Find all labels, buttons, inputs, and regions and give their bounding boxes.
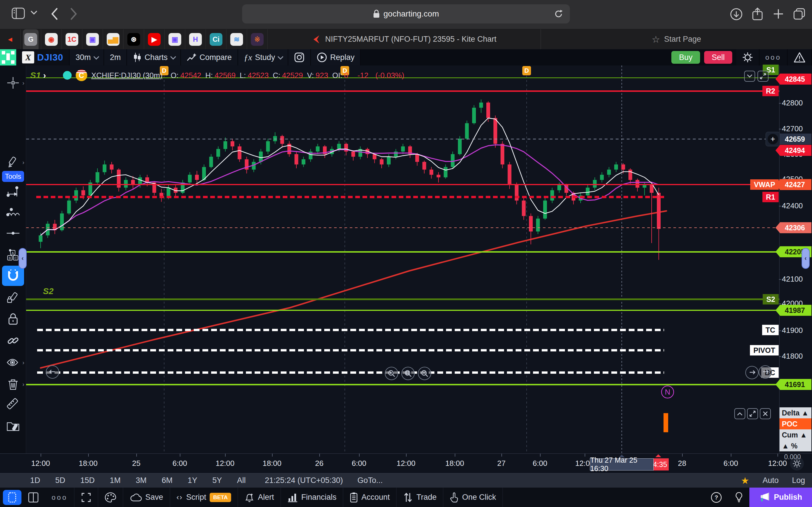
delete-tool[interactable]: ›	[0, 375, 26, 393]
r2-line[interactable]	[26, 91, 779, 92]
symbol-widget[interactable]: X DJI30	[16, 49, 69, 65]
range-5Y[interactable]: 5Y	[205, 476, 230, 485]
save-button[interactable]: Save	[123, 488, 170, 507]
gocharting-favicon[interactable]: ▣	[82, 29, 103, 50]
back-button[interactable]	[50, 7, 59, 21]
measure-tool[interactable]	[0, 395, 26, 414]
lock-tool[interactable]	[0, 310, 26, 328]
lock-drawings-tool[interactable]	[0, 289, 26, 307]
crosshair-tool[interactable]: ›	[0, 73, 26, 92]
forward-button[interactable]	[69, 7, 78, 21]
youtube-favicon[interactable]: ▶	[144, 29, 165, 50]
price-axis[interactable]: 4280042700426004250042400421004200041900…	[779, 65, 812, 453]
start-page-tab[interactable]: ☆ Start Page	[541, 29, 812, 49]
scroll-right-button[interactable]	[759, 365, 772, 379]
analytics-favicon[interactable]: ▄▆	[103, 29, 123, 50]
pivot-line[interactable]	[37, 349, 664, 351]
range-6M[interactable]: 6M	[154, 476, 181, 485]
tc-line[interactable]	[37, 329, 664, 331]
fullscreen-panel-button[interactable]	[758, 71, 768, 82]
more-options-button[interactable]: ooo	[760, 49, 788, 65]
openai-favicon[interactable]: ⊛	[123, 29, 144, 50]
trendline-tool[interactable]	[0, 182, 26, 201]
account-button[interactable]: Account	[343, 488, 397, 507]
goto-button[interactable]: GoTo...	[358, 476, 383, 485]
zoom-in-button[interactable]	[385, 367, 398, 380]
game-favicon[interactable]: ※	[247, 29, 268, 50]
alerts-warning-button[interactable]	[788, 49, 812, 65]
kite-favicon[interactable]: ◄	[0, 29, 20, 50]
range-1Y[interactable]: 1Y	[180, 476, 205, 485]
address-bar[interactable]: gocharting.com	[242, 4, 570, 23]
level-41987-line[interactable]	[26, 310, 779, 311]
auto-scale-button[interactable]: Auto	[762, 476, 779, 485]
help-button[interactable]: ?	[704, 488, 728, 507]
last-price-line[interactable]	[26, 139, 779, 139]
saved-drawings-tool[interactable]	[0, 417, 26, 436]
range-3M[interactable]: 3M	[128, 476, 154, 485]
link-tool[interactable]	[0, 331, 26, 350]
layout-more-button[interactable]: ooo	[45, 488, 74, 507]
hostinger-favicon[interactable]: H	[185, 29, 206, 50]
sidebar-chevron-icon[interactable]	[31, 10, 37, 15]
one-click-button[interactable]: One Click	[443, 488, 503, 507]
scroll-left-button[interactable]	[46, 365, 59, 379]
add-alert-plus-button[interactable]: +	[766, 132, 780, 146]
snapshot-button[interactable]	[288, 49, 311, 65]
expand-chevron-icon[interactable]: ›	[22, 80, 24, 86]
zoom-out-button[interactable]	[418, 367, 431, 380]
go-to-realtime-button[interactable]	[745, 366, 759, 379]
ideas-button[interactable]	[728, 488, 749, 507]
charts-dropdown[interactable]: Charts	[127, 49, 181, 65]
buy-button[interactable]: Buy	[671, 51, 700, 64]
expand-chevron-icon[interactable]: ›	[22, 159, 24, 166]
pattern-tool[interactable]	[0, 203, 26, 221]
expand-chevron-icon[interactable]: ›	[22, 381, 24, 388]
collapse-panel-button[interactable]	[744, 71, 755, 82]
time-axis[interactable]: 12:0018:00256:0012:0018:00266:0012:0018:…	[0, 453, 812, 473]
financials-button[interactable]: Financials	[281, 488, 344, 507]
gocharting2-favicon[interactable]: ▣	[165, 29, 185, 50]
magnet-tool-active[interactable]	[2, 266, 24, 286]
sell-button[interactable]: Sell	[704, 51, 732, 64]
range-15D[interactable]: 15D	[73, 476, 102, 485]
range-1D[interactable]: 1D	[22, 476, 48, 485]
timeframe-2m-button[interactable]: 2m	[104, 49, 127, 65]
share-icon[interactable]	[751, 7, 764, 21]
wave-favicon[interactable]: ≋	[226, 29, 247, 50]
study-dropdown[interactable]: ƒx Study	[238, 49, 288, 65]
timeframe-dropdown[interactable]: 30m	[69, 49, 104, 65]
panel-close-button[interactable]	[760, 408, 771, 419]
single-layout-button-active[interactable]	[3, 490, 21, 505]
bc-line[interactable]	[37, 372, 664, 374]
zoom-reset-button[interactable]	[401, 367, 415, 380]
collapse-axis-handle[interactable]: ‹	[802, 248, 810, 269]
reload-icon[interactable]	[554, 9, 563, 19]
level-41691-line[interactable]	[26, 384, 779, 385]
replay-button[interactable]: Replay	[311, 49, 361, 65]
range-All[interactable]: All	[230, 476, 253, 485]
alert-42306-line[interactable]	[26, 227, 779, 228]
chart-canvas[interactable]: N DDD S1 › C XCHIEF:DJI30 (30m) O:42542H…	[26, 65, 779, 453]
collapse-toolbar-handle[interactable]: ‹	[18, 248, 27, 269]
sidebar-toggle-icon[interactable]	[12, 7, 25, 19]
ci-favicon[interactable]: Ci	[206, 29, 226, 50]
panel-expand-button[interactable]	[747, 408, 758, 419]
r1-line[interactable]	[36, 196, 664, 198]
fullscreen-button[interactable]	[74, 488, 98, 507]
horizontal-line-tool[interactable]	[0, 224, 26, 242]
panel-up-button[interactable]	[734, 408, 745, 419]
compare-button[interactable]: Compare	[181, 49, 238, 65]
publish-button[interactable]: Publish	[749, 488, 812, 507]
range-1M[interactable]: 1M	[102, 476, 129, 485]
expand-chevron-icon[interactable]: ›	[22, 359, 24, 366]
alert-button[interactable]: Alert	[238, 488, 281, 507]
range-5D[interactable]: 5D	[48, 476, 73, 485]
script-button[interactable]: ‹› Script BETA	[170, 488, 238, 507]
theme-palette-button[interactable]	[98, 488, 123, 507]
user-avatar[interactable]	[0, 49, 16, 65]
favorite-star-icon[interactable]: ★	[741, 475, 749, 486]
new-tab-icon[interactable]	[772, 7, 785, 20]
red-circle-favicon[interactable]: ◉	[41, 29, 62, 50]
split-layout-button[interactable]	[21, 488, 45, 507]
